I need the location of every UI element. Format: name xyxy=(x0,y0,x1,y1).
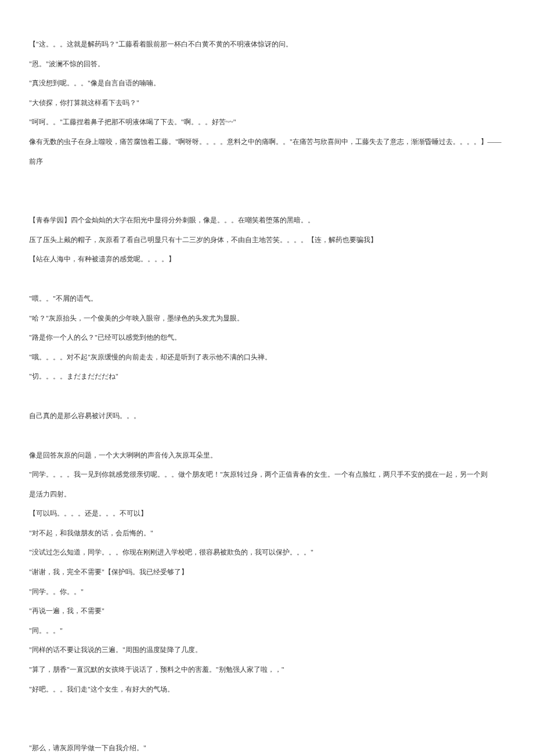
text-line: 【站在人海中，有种被遗弃的感觉呢。。。。】 xyxy=(29,250,505,269)
text-line: "大侦探，你打算就这样看下去吗？" xyxy=(29,93,505,113)
text-line: "没试过怎么知道，同学。。。你现在刚刚进入学校吧，很容易被欺负的，我可以保护。。… xyxy=(29,543,505,563)
text-line: "真没想到呢。。。"像是自言自语的喃喃。 xyxy=(29,74,505,93)
text-line: "哈？"灰原抬头，一个俊美的少年映入眼帘，墨绿色的头发尤为显眼。 xyxy=(29,309,505,329)
text-line: "同。。。" xyxy=(29,621,505,641)
blank-line xyxy=(29,699,505,719)
text-line: "同学。。你。。" xyxy=(29,582,505,602)
text-line: "好吧。。。我们走"这个女生，有好大的气场。 xyxy=(29,680,505,700)
text-line: 像有无数的虫子在身上噬咬，痛苦腐蚀着工藤。"啊呀呀。。。。意料之中的痛啊。。"在… xyxy=(29,132,505,152)
text-line: "切。。。。まだまだだだね" xyxy=(29,367,505,387)
text-line: "哦。。。。对不起"灰原缓慢的向前走去，却还是听到了表示他不满的口头禅。 xyxy=(29,348,505,368)
text-line: "恩。"波澜不惊的回答。 xyxy=(29,55,505,74)
text-line: "对不起，和我做朋友的话，会后悔的。" xyxy=(29,524,505,543)
document-body: 【"这。。。这就是解药吗？"工藤看着眼前那一杯白不白黄不黄的不明液体惊讶的问。"… xyxy=(29,35,505,756)
text-line: "再说一遍，我，不需要" xyxy=(29,602,505,621)
blank-line xyxy=(29,719,505,739)
text-line: 前序 xyxy=(29,152,505,172)
text-line: 是活力四射。 xyxy=(29,485,505,505)
text-line: 【可以吗。。。。还是。。。不可以】 xyxy=(29,504,505,524)
text-line: "谢谢，我，完全不需要"【保护吗。我已经受够了】 xyxy=(29,563,505,582)
blank-line xyxy=(29,426,505,446)
text-line: 【"这。。。这就是解药吗？"工藤看着眼前那一杯白不白黄不黄的不明液体惊讶的问。 xyxy=(29,35,505,55)
text-line: "算了，朋香"一直沉默的女孩终于说话了，预料之中的害羞。"别勉强人家了啦，，" xyxy=(29,660,505,680)
text-line: 像是回答灰原的问题，一个大大咧咧的声音传入灰原耳朵里。 xyxy=(29,446,505,466)
text-line: "那么，请灰原同学做一下自我介绍。" xyxy=(29,739,505,756)
blank-line xyxy=(29,171,505,191)
text-line: "路是你一个人的么？"已经可以感觉到他的怨气。 xyxy=(29,328,505,348)
blank-line xyxy=(29,191,505,211)
blank-line xyxy=(29,269,505,289)
text-line: "同学。。。。我一见到你就感觉很亲切呢。。。做个朋友吧！"灰原转过身，两个正值青… xyxy=(29,465,505,485)
text-line: "喂。。"不屑的语气。 xyxy=(29,289,505,309)
text-line: "呵呵。。"工藤捏着鼻子把那不明液体喝了下去。"啊。。。好苦~~" xyxy=(29,113,505,132)
text-line: 压了压头上戴的帽子，灰原看了看自己明显只有十二三岁的身体，不由自主地苦笑。。。。… xyxy=(29,231,505,250)
blank-line xyxy=(29,387,505,406)
text-line: 【青春学园】四个金灿灿的大字在阳光中显得分外刺眼，像是。。。在嘲笑着堕落的黑暗。… xyxy=(29,211,505,231)
text-line: "同样的话不要让我说的三遍。"周围的温度陡降了几度。 xyxy=(29,640,505,660)
text-line: 自己真的是那么容易被讨厌吗。。。 xyxy=(29,406,505,426)
